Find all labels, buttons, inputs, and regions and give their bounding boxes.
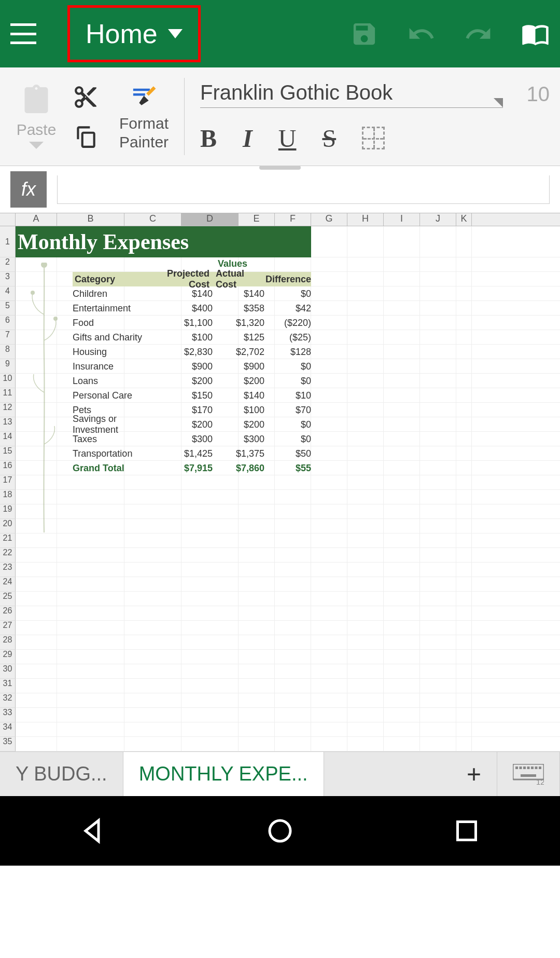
row-header[interactable]: 20 xyxy=(0,519,16,533)
row-header[interactable]: 21 xyxy=(0,533,16,548)
svg-point-1 xyxy=(41,263,47,268)
ribbon-drag-handle[interactable] xyxy=(259,166,301,170)
sheet-title-cell[interactable]: Monthly Expenses xyxy=(16,226,311,257)
table-row[interactable]: Taxes$300$300$0 xyxy=(73,432,311,446)
col-header[interactable]: E xyxy=(239,213,275,226)
strikethrough-button[interactable]: S xyxy=(322,124,336,153)
redo-icon[interactable] xyxy=(464,20,493,48)
italic-button[interactable]: I xyxy=(243,124,253,153)
underline-button[interactable]: U xyxy=(278,124,297,153)
table-row[interactable]: Entertainment$400$358$42 xyxy=(73,301,311,316)
clipboard-icon xyxy=(21,85,52,116)
table-row[interactable]: Personal Care$150$140$10 xyxy=(73,388,311,403)
row-header[interactable]: 24 xyxy=(0,577,16,592)
row-header[interactable]: 13 xyxy=(0,417,16,432)
font-size-input[interactable]: 10 xyxy=(519,83,550,106)
row-header[interactable]: 2 xyxy=(0,257,16,272)
table-row[interactable]: Gifts and Charity$100$125($25) xyxy=(73,330,311,345)
back-button[interactable] xyxy=(78,815,109,846)
ribbon: Paste Format Painter Franklin Gothic Boo… xyxy=(0,67,560,166)
add-sheet-button[interactable]: + xyxy=(451,752,497,796)
svg-rect-15 xyxy=(458,822,476,840)
home-button[interactable] xyxy=(264,815,296,846)
row-header[interactable]: 16 xyxy=(0,461,16,475)
font-name-select[interactable]: Franklin Gothic Book xyxy=(200,81,503,108)
table-row[interactable]: Loans$200$200$0 xyxy=(73,374,311,388)
table-row[interactable]: Savings or Investment$200$200$0 xyxy=(73,417,311,432)
undo-icon[interactable] xyxy=(407,20,436,48)
row-header[interactable]: 15 xyxy=(0,446,16,461)
row-header[interactable]: 31 xyxy=(0,679,16,693)
col-header[interactable]: A xyxy=(16,213,57,226)
row-header[interactable]: 28 xyxy=(0,635,16,650)
row-header[interactable]: 3 xyxy=(0,272,16,286)
formula-input[interactable] xyxy=(57,175,550,204)
col-header[interactable]: F xyxy=(275,213,311,226)
svg-rect-8 xyxy=(527,767,530,769)
row-header[interactable]: 11 xyxy=(0,388,16,403)
spreadsheet-grid[interactable]: 1234567891011121314151617181920212223242… xyxy=(0,226,560,751)
reading-view-icon[interactable] xyxy=(521,20,550,48)
table-row[interactable]: Insurance$900$900$0 xyxy=(73,359,311,374)
row-header[interactable]: 14 xyxy=(0,432,16,446)
row-header[interactable]: 5 xyxy=(0,301,16,316)
svg-point-14 xyxy=(270,820,290,841)
row-header[interactable]: 8 xyxy=(0,345,16,359)
row-header[interactable]: 23 xyxy=(0,563,16,577)
table-total-row[interactable]: Grand Total$7,915$7,860$55 xyxy=(73,461,311,475)
col-header[interactable]: C xyxy=(124,213,181,226)
col-header[interactable]: H xyxy=(347,213,384,226)
row-header[interactable]: 26 xyxy=(0,606,16,621)
bold-button[interactable]: B xyxy=(200,124,217,153)
row-header[interactable]: 9 xyxy=(0,359,16,374)
hamburger-menu-icon[interactable] xyxy=(10,23,36,44)
col-header[interactable]: B xyxy=(57,213,124,226)
row-header[interactable]: 4 xyxy=(0,286,16,301)
row-header[interactable]: 22 xyxy=(0,548,16,563)
row-header[interactable]: 25 xyxy=(0,592,16,606)
col-header[interactable]: K xyxy=(456,213,472,226)
svg-point-2 xyxy=(31,291,35,295)
row-header[interactable]: 6 xyxy=(0,316,16,330)
ribbon-tab-dropdown[interactable]: Home xyxy=(67,5,201,62)
svg-rect-0 xyxy=(82,133,94,147)
row-header[interactable]: 17 xyxy=(0,475,16,490)
row-header[interactable]: 10 xyxy=(0,374,16,388)
row-header[interactable]: 35 xyxy=(0,737,16,751)
sheet-tab-active[interactable]: MONTHLY EXPE... xyxy=(123,752,324,796)
table-row[interactable]: Housing$2,830$2,702$128 xyxy=(73,345,311,359)
sheet-tab[interactable]: Y BUDG... xyxy=(0,752,123,796)
plant-decoration xyxy=(29,263,60,532)
recent-apps-button[interactable] xyxy=(451,815,482,846)
row-header[interactable]: 30 xyxy=(0,664,16,679)
copy-icon[interactable] xyxy=(73,123,99,149)
row-header[interactable]: 7 xyxy=(0,330,16,345)
row-header[interactable]: 33 xyxy=(0,708,16,722)
fx-button[interactable]: fx xyxy=(10,171,47,208)
row-header[interactable]: 29 xyxy=(0,650,16,664)
row-header[interactable]: 18 xyxy=(0,490,16,504)
table-row[interactable]: Children$140$140$0 xyxy=(73,286,311,301)
keyboard-toggle-button[interactable]: 123 xyxy=(497,752,560,796)
paste-button[interactable]: Paste xyxy=(10,73,62,160)
row-header[interactable]: 34 xyxy=(0,722,16,737)
svg-point-3 xyxy=(53,317,58,321)
cut-icon[interactable] xyxy=(73,84,99,110)
save-icon[interactable] xyxy=(350,20,379,48)
android-nav-bar xyxy=(0,796,560,866)
col-header-selected[interactable]: D xyxy=(181,213,239,226)
format-painter-button[interactable]: Format Painter xyxy=(109,73,179,160)
col-header[interactable]: I xyxy=(384,213,420,226)
row-header[interactable]: 1 xyxy=(0,226,16,257)
table-row[interactable]: Food$1,100$1,320($220) xyxy=(73,316,311,330)
borders-button[interactable] xyxy=(362,127,385,149)
row-header[interactable]: 19 xyxy=(0,504,16,519)
row-header[interactable]: 27 xyxy=(0,621,16,635)
row-header[interactable]: 32 xyxy=(0,693,16,708)
table-row[interactable]: Transportation$1,425$1,375$50 xyxy=(73,446,311,461)
app-bar: Home xyxy=(0,0,560,67)
row-header[interactable]: 12 xyxy=(0,403,16,417)
col-header[interactable]: J xyxy=(420,213,456,226)
col-header[interactable]: G xyxy=(311,213,347,226)
svg-rect-10 xyxy=(535,767,538,769)
